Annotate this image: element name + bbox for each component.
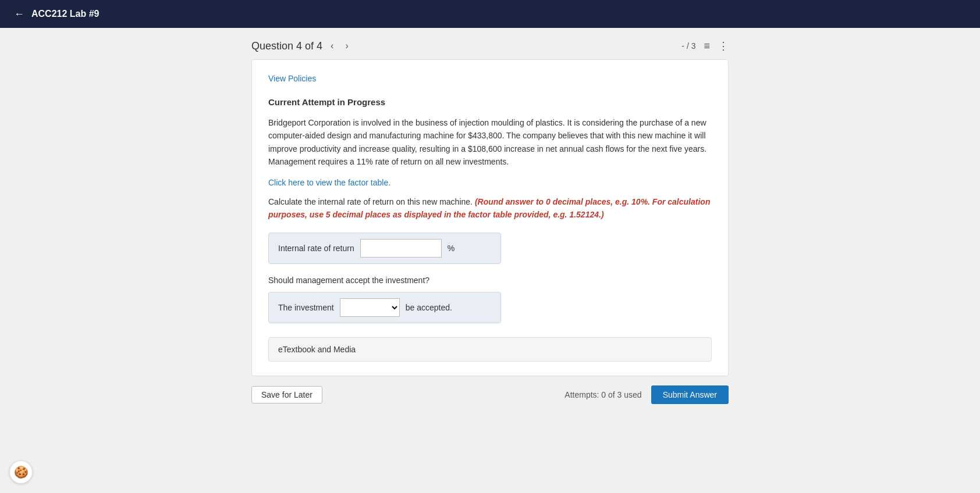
list-view-button[interactable]: ≡ xyxy=(704,40,710,52)
investment-label: The investment xyxy=(278,303,334,312)
right-footer: Attempts: 0 of 3 used Submit Answer xyxy=(564,385,729,404)
cookie-consent-button[interactable]: 🍪 xyxy=(9,460,33,484)
instruction-text: Calculate the internal rate of return on… xyxy=(268,195,712,222)
more-options-button[interactable]: ⋮ xyxy=(718,40,729,52)
footer-row: Save for Later Attempts: 0 of 3 used Sub… xyxy=(251,385,729,404)
question-header: Question 4 of 4 ‹ › - / 3 ≡ ⋮ xyxy=(251,40,729,52)
save-for-later-button[interactable]: Save for Later xyxy=(251,386,322,403)
etextbook-bar: eTextbook and Media xyxy=(268,337,712,362)
main-card: View Policies Current Attempt in Progres… xyxy=(251,59,729,376)
app-title: ACC212 Lab #9 xyxy=(31,9,100,19)
view-policies-link[interactable]: View Policies xyxy=(268,74,316,83)
cookie-icon: 🍪 xyxy=(14,465,29,479)
instruction-prefix: Calculate the internal rate of return on… xyxy=(268,197,475,206)
be-accepted-text: be accepted. xyxy=(406,303,452,312)
irr-input[interactable] xyxy=(360,239,442,258)
attempts-text: Attempts: 0 of 3 used xyxy=(564,390,641,399)
accept-question-text: Should management accept the investment? xyxy=(268,276,712,285)
question-nav-right: - / 3 ≡ ⋮ xyxy=(681,40,729,52)
irr-answer-row: Internal rate of return % xyxy=(268,233,501,264)
back-arrow-icon: ← xyxy=(14,8,24,20)
page-wrapper: Question 4 of 4 ‹ › - / 3 ≡ ⋮ View Polic… xyxy=(0,28,980,493)
factor-table-link[interactable]: Click here to view the factor table. xyxy=(268,178,390,187)
top-navigation-bar: ← ACC212 Lab #9 xyxy=(0,0,980,28)
percent-symbol: % xyxy=(448,244,455,253)
score-display: - / 3 xyxy=(681,41,695,51)
question-text: Bridgeport Corporation is involved in th… xyxy=(268,116,712,169)
submit-answer-button[interactable]: Submit Answer xyxy=(651,385,729,404)
next-question-button[interactable]: › xyxy=(342,40,351,52)
investment-select[interactable]: should should not xyxy=(340,298,400,317)
question-nav-left: Question 4 of 4 ‹ › xyxy=(251,40,352,52)
irr-label: Internal rate of return xyxy=(278,244,354,253)
attempt-heading: Current Attempt in Progress xyxy=(268,97,712,107)
prev-question-button[interactable]: ‹ xyxy=(327,40,337,52)
question-label: Question 4 of 4 xyxy=(251,40,322,52)
back-button[interactable]: ← xyxy=(14,8,24,20)
investment-decision-row: The investment should should not be acce… xyxy=(268,292,501,323)
